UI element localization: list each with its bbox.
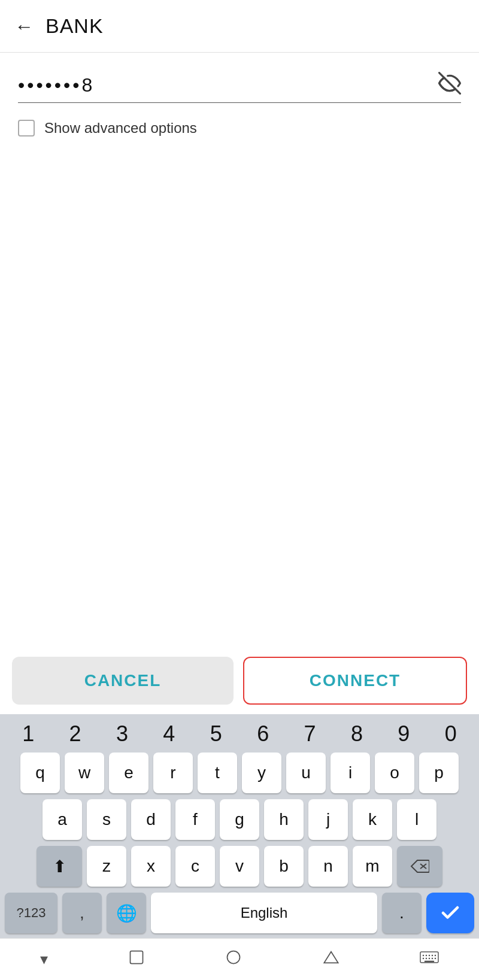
svg-point-4 — [228, 951, 240, 964]
key-n[interactable]: n — [308, 846, 348, 887]
key-v[interactable]: v — [220, 846, 259, 887]
key-l[interactable]: l — [397, 799, 436, 840]
password-input[interactable]: •••••••8 — [18, 74, 438, 96]
key-k[interactable]: k — [353, 799, 392, 840]
password-field-row: •••••••8 — [18, 72, 461, 103]
keyboard-number-row: 1 2 3 4 5 6 7 8 9 0 — [5, 721, 474, 747]
globe-key[interactable]: 🌐 — [107, 893, 146, 933]
nav-keyboard-icon[interactable] — [420, 949, 439, 970]
key-0[interactable]: 0 — [430, 721, 472, 747]
key-m[interactable]: m — [353, 846, 392, 887]
key-t[interactable]: t — [198, 753, 237, 793]
key-a[interactable]: a — [43, 799, 82, 840]
nav-square-icon[interactable] — [128, 949, 145, 970]
comma-key[interactable]: , — [62, 893, 102, 933]
key-g[interactable]: g — [220, 799, 259, 840]
keyboard-row-2: a s d f g h j k l — [5, 799, 474, 840]
key-b[interactable]: b — [264, 846, 304, 887]
page-title: BANK — [46, 14, 104, 38]
action-buttons-row: CANCEL CONNECT — [0, 647, 479, 714]
shift-key[interactable]: ⬆ — [37, 846, 82, 887]
key-f[interactable]: f — [175, 799, 215, 840]
key-4[interactable]: 4 — [148, 721, 190, 747]
key-s[interactable]: s — [87, 799, 126, 840]
toggle-visibility-icon[interactable] — [438, 72, 461, 99]
backspace-key[interactable] — [397, 846, 442, 887]
key-c[interactable]: c — [175, 846, 215, 887]
key-p[interactable]: p — [419, 753, 459, 793]
dot-key[interactable]: . — [382, 893, 422, 933]
key-6[interactable]: 6 — [242, 721, 284, 747]
key-d[interactable]: d — [131, 799, 171, 840]
back-button[interactable]: ← — [14, 17, 34, 36]
navigation-bar: ▾ — [0, 938, 479, 980]
key-7[interactable]: 7 — [289, 721, 331, 747]
key-o[interactable]: o — [375, 753, 414, 793]
nav-down-icon[interactable]: ▾ — [40, 950, 48, 969]
key-z[interactable]: z — [87, 846, 126, 887]
header: ← BANK — [0, 0, 479, 53]
content-area: •••••••8 Show advanced options — [0, 53, 479, 647]
key-u[interactable]: u — [286, 753, 326, 793]
svg-marker-5 — [324, 952, 338, 963]
key-q[interactable]: q — [20, 753, 60, 793]
connect-button[interactable]: CONNECT — [243, 657, 467, 705]
special-chars-key[interactable]: ?123 — [5, 893, 57, 933]
svg-rect-3 — [131, 951, 143, 964]
nav-triangle-icon[interactable] — [323, 949, 339, 970]
key-8[interactable]: 8 — [336, 721, 378, 747]
key-x[interactable]: x — [131, 846, 171, 887]
keyboard-row-3: ⬆ z x c v b n m — [5, 846, 474, 887]
advanced-options-checkbox[interactable] — [18, 120, 35, 136]
key-w[interactable]: w — [65, 753, 104, 793]
advanced-options-label: Show advanced options — [44, 120, 197, 136]
key-9[interactable]: 9 — [383, 721, 425, 747]
keyboard: 1 2 3 4 5 6 7 8 9 0 q w e r t y u i o p … — [0, 714, 479, 938]
key-2[interactable]: 2 — [54, 721, 96, 747]
key-i[interactable]: i — [331, 753, 370, 793]
enter-key[interactable] — [426, 893, 474, 933]
advanced-options-row: Show advanced options — [18, 120, 461, 136]
keyboard-bottom-row: ?123 , 🌐 English . — [5, 893, 474, 933]
key-r[interactable]: r — [153, 753, 193, 793]
key-e[interactable]: e — [109, 753, 148, 793]
key-5[interactable]: 5 — [195, 721, 237, 747]
cancel-button[interactable]: CANCEL — [12, 657, 234, 705]
keyboard-row-1: q w e r t y u i o p — [5, 753, 474, 793]
space-key[interactable]: English — [151, 893, 377, 933]
nav-circle-icon[interactable] — [225, 949, 242, 970]
key-y[interactable]: y — [242, 753, 281, 793]
key-3[interactable]: 3 — [101, 721, 143, 747]
key-j[interactable]: j — [308, 799, 348, 840]
key-h[interactable]: h — [264, 799, 304, 840]
key-1[interactable]: 1 — [7, 721, 49, 747]
